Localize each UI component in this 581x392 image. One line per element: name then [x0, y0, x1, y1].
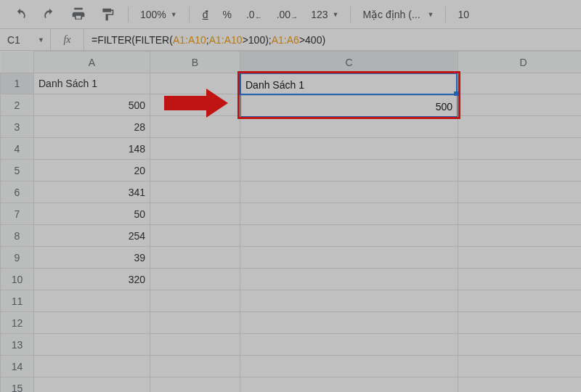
row-header[interactable]: 8 [1, 225, 34, 247]
column-header-c[interactable]: C [240, 52, 458, 73]
zoom-dropdown[interactable]: 100% ▼ [136, 6, 182, 23]
cell[interactable] [34, 290, 150, 312]
cell[interactable] [240, 138, 458, 160]
undo-button[interactable] [7, 3, 33, 26]
cell[interactable]: 148 [34, 138, 150, 160]
cell[interactable] [458, 377, 582, 393]
cell[interactable]: 50 [34, 203, 150, 225]
cell[interactable] [458, 269, 582, 290]
toolbar-separator [128, 7, 129, 23]
currency-button[interactable]: đ [197, 4, 214, 25]
cell[interactable] [458, 94, 582, 116]
cell[interactable] [240, 94, 458, 116]
increase-decimal-button[interactable]: .00→ [271, 4, 304, 25]
cell[interactable] [150, 334, 240, 356]
cell[interactable]: 39 [34, 247, 150, 269]
cell[interactable] [458, 181, 582, 203]
cell[interactable]: 341 [34, 181, 150, 203]
select-all-corner[interactable] [1, 52, 34, 73]
cell[interactable] [458, 290, 582, 312]
row-header[interactable]: 9 [1, 247, 34, 269]
cell[interactable]: 28 [34, 116, 150, 138]
cell[interactable] [150, 181, 240, 203]
row-header[interactable]: 10 [1, 269, 34, 290]
cell[interactable] [150, 225, 240, 247]
font-family-dropdown[interactable]: Mặc định (... ▼ [358, 6, 438, 23]
redo-button[interactable] [36, 3, 62, 26]
print-button[interactable] [65, 3, 92, 26]
cell[interactable] [458, 334, 582, 356]
cell[interactable] [240, 312, 458, 334]
row-header[interactable]: 6 [1, 181, 34, 203]
spreadsheet-grid[interactable]: A B C D 1Danh Sách 125003284148520634175… [0, 51, 581, 392]
cell[interactable] [240, 334, 458, 356]
cell[interactable] [150, 160, 240, 181]
cell[interactable] [240, 181, 458, 203]
cell[interactable] [240, 269, 458, 290]
cell[interactable]: Danh Sách 1 [34, 73, 150, 94]
cell[interactable] [150, 94, 240, 116]
cell[interactable] [240, 290, 458, 312]
cell[interactable] [458, 116, 582, 138]
decrease-decimal-button[interactable]: .0← [240, 4, 268, 25]
cell[interactable] [150, 138, 240, 160]
font-family-value: Mặc định (... [362, 9, 420, 20]
paint-format-button[interactable] [94, 3, 121, 26]
row-header[interactable]: 12 [1, 312, 34, 334]
cell[interactable] [458, 73, 582, 94]
cell[interactable] [240, 116, 458, 138]
cell[interactable] [240, 356, 458, 377]
row-header[interactable]: 15 [1, 377, 34, 393]
cell[interactable] [150, 290, 240, 312]
row-header[interactable]: 11 [1, 290, 34, 312]
cell[interactable] [150, 356, 240, 377]
cell[interactable] [34, 377, 150, 393]
cell[interactable] [240, 247, 458, 269]
cell[interactable] [150, 269, 240, 290]
row-header[interactable]: 3 [1, 116, 34, 138]
row-header[interactable]: 7 [1, 203, 34, 225]
row-header[interactable]: 1 [1, 73, 34, 94]
cell[interactable] [34, 356, 150, 377]
row-header[interactable]: 2 [1, 94, 34, 116]
column-header-b[interactable]: B [150, 52, 240, 73]
fx-label: fx [51, 29, 84, 50]
percent-button[interactable]: % [217, 4, 237, 25]
name-box-value: C1 [7, 34, 20, 46]
cell[interactable]: 20 [34, 160, 150, 181]
cell[interactable] [458, 312, 582, 334]
cell[interactable] [240, 225, 458, 247]
cell[interactable] [458, 138, 582, 160]
cell[interactable] [150, 73, 240, 94]
cell[interactable] [150, 377, 240, 393]
cell[interactable] [150, 312, 240, 334]
cell[interactable] [240, 73, 458, 94]
cell[interactable] [458, 247, 582, 269]
cell[interactable] [34, 312, 150, 334]
column-header-a[interactable]: A [34, 52, 150, 73]
cell[interactable] [458, 160, 582, 181]
cell[interactable]: 320 [34, 269, 150, 290]
cell[interactable] [150, 247, 240, 269]
cell[interactable] [34, 334, 150, 356]
cell[interactable] [458, 356, 582, 377]
row-header[interactable]: 13 [1, 334, 34, 356]
cell[interactable]: 254 [34, 225, 150, 247]
cell[interactable] [240, 377, 458, 393]
column-header-d[interactable]: D [458, 52, 582, 73]
cell[interactable] [458, 225, 582, 247]
row-header[interactable]: 5 [1, 160, 34, 181]
cell[interactable]: 500 [34, 94, 150, 116]
row-header[interactable]: 4 [1, 138, 34, 160]
formula-bar[interactable]: =FILTER(FILTER(A1:A10;A1:A10>100);A1:A6>… [84, 29, 581, 50]
cell[interactable] [150, 203, 240, 225]
cell[interactable] [240, 160, 458, 181]
name-box[interactable]: C1 ▼ [0, 29, 51, 50]
font-size-input[interactable]: 10 [453, 6, 474, 23]
cell[interactable] [240, 203, 458, 225]
cell[interactable] [150, 116, 240, 138]
more-formats-dropdown[interactable]: 123▼ [306, 6, 343, 23]
chevron-down-icon: ▼ [171, 11, 177, 18]
cell[interactable] [458, 203, 582, 225]
row-header[interactable]: 14 [1, 356, 34, 377]
